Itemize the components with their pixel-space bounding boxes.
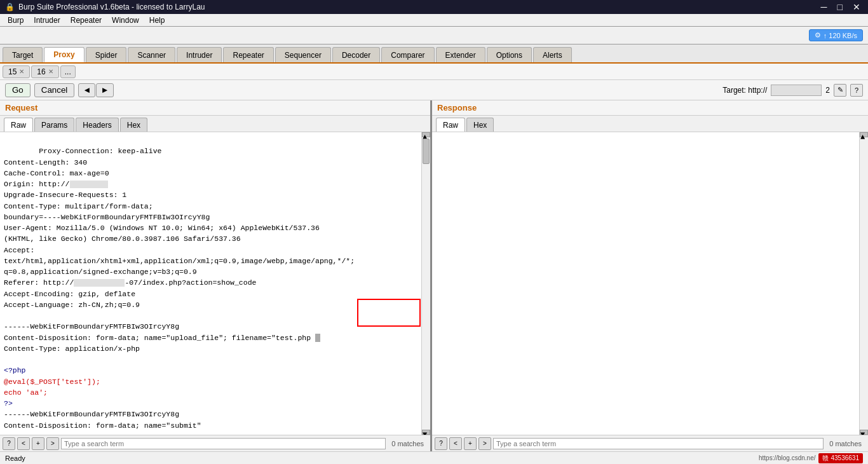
resp-scroll-track: [860, 137, 868, 430]
response-tab-raw[interactable]: Raw: [436, 118, 465, 132]
response-search-help[interactable]: ?: [435, 437, 447, 450]
menu-repeater[interactable]: Repeater: [65, 15, 107, 26]
sub-tabs: 15 ✕ 16 ✕ ...: [0, 64, 868, 80]
red-selection-box: [357, 299, 421, 327]
scroll-track: [422, 137, 430, 430]
titlebar: 🔒 Burp Suite Professional v1.6beta - lic…: [0, 0, 868, 14]
sub-tab-15[interactable]: 15 ✕: [3, 65, 30, 78]
response-search-add[interactable]: +: [464, 437, 477, 450]
menu-intruder[interactable]: Intruder: [29, 15, 65, 26]
tab-spider[interactable]: Spider: [86, 47, 127, 62]
request-search-add[interactable]: +: [32, 437, 44, 450]
tab-extender[interactable]: Extender: [436, 47, 485, 62]
tab-sequencer[interactable]: Sequencer: [275, 47, 331, 62]
main-tabs: Target Proxy Spider Scanner Intruder Rep…: [0, 44, 868, 64]
request-match-count: 0 matches: [388, 440, 428, 447]
request-body-wrapper: Proxy-Connection: keep-alive Content-Len…: [0, 132, 430, 435]
menu-help[interactable]: Help: [144, 15, 170, 26]
request-search-prev[interactable]: <: [17, 437, 30, 450]
response-body-wrapper: ▲ ▼: [432, 132, 868, 435]
menubar: Burp Intruder Repeater Window Help: [0, 14, 868, 27]
csdn-flag: 赣: [822, 454, 829, 463]
status-text: Ready: [5, 454, 25, 462]
sub-tab-15-label: 15: [8, 67, 17, 76]
titlebar-left: 🔒 Burp Suite Professional v1.6beta - lic…: [5, 3, 205, 11]
request-search-help[interactable]: ?: [3, 437, 15, 450]
resp-scroll-down[interactable]: ▼: [860, 430, 868, 435]
sub-tab-16-label: 16: [37, 67, 45, 76]
tab-decoder[interactable]: Decoder: [332, 47, 380, 62]
maximize-button[interactable]: □: [835, 2, 845, 12]
target-area: Target: http:// 2 ✎ ?: [722, 84, 863, 97]
sub-tab-16-close[interactable]: ✕: [48, 68, 53, 75]
response-panel: Response Raw Hex ▲ ▼ ? < + > 0 matches: [432, 100, 868, 451]
tab-repeater[interactable]: Repeater: [223, 47, 273, 62]
app-title: Burp Suite Professional v1.6beta - licen…: [18, 3, 205, 11]
response-tab-hex[interactable]: Hex: [466, 118, 494, 132]
menu-burp[interactable]: Burp: [3, 15, 29, 26]
back-button[interactable]: ◄: [78, 83, 95, 97]
fwd-button[interactable]: ►: [96, 83, 113, 97]
tab-options[interactable]: Options: [487, 47, 532, 62]
target-help-button[interactable]: ?: [850, 84, 863, 97]
response-scrollbar[interactable]: ▲ ▼: [859, 132, 868, 435]
extension-button[interactable]: ⚙ ↑ 120 KB/s: [809, 29, 863, 41]
tab-scanner[interactable]: Scanner: [128, 47, 175, 62]
request-text-area[interactable]: Proxy-Connection: keep-alive Content-Len…: [0, 132, 421, 435]
statusbar-url: https://blog.csdn.ne/: [759, 454, 816, 461]
response-search-bar: ? < + > 0 matches: [432, 435, 868, 451]
resp-scroll-up[interactable]: ▲: [860, 132, 868, 137]
tab-comparer[interactable]: Comparer: [381, 47, 434, 62]
tab-target[interactable]: Target: [3, 47, 43, 62]
minimize-button[interactable]: ─: [818, 2, 830, 12]
sub-tab-16[interactable]: 16 ✕: [31, 65, 58, 78]
toolbar: Go Cancel ◄ ► Target: http:// 2 ✎ ?: [0, 80, 868, 100]
tab-proxy[interactable]: Proxy: [44, 47, 84, 62]
cancel-button[interactable]: Cancel: [34, 83, 75, 97]
request-header: Request: [0, 100, 430, 116]
menu-window[interactable]: Window: [107, 15, 144, 26]
statusbar: Ready https://blog.csdn.ne/ 赣 43536631: [0, 451, 868, 464]
scroll-up-btn[interactable]: ▲: [422, 132, 430, 137]
request-panel: Request Raw Params Headers Hex Proxy-Con…: [0, 100, 432, 451]
sub-tab-more[interactable]: ...: [60, 65, 76, 78]
extension-icon: ⚙: [815, 31, 821, 39]
scroll-thumb[interactable]: [423, 139, 430, 164]
response-match-count: 0 matches: [825, 440, 865, 447]
request-tab-params[interactable]: Params: [34, 118, 74, 132]
request-scrollbar[interactable]: ▲ ▼: [421, 132, 430, 435]
csdn-badge: 赣 43536631: [818, 453, 864, 463]
response-search-next[interactable]: >: [478, 437, 491, 450]
request-inner-tabs: Raw Params Headers Hex: [0, 116, 430, 132]
response-text-area[interactable]: [432, 132, 859, 435]
scroll-down-btn[interactable]: ▼: [422, 430, 430, 435]
go-button[interactable]: Go: [5, 83, 31, 97]
target-suffix: 2: [825, 86, 830, 95]
response-search-input[interactable]: [493, 438, 824, 449]
titlebar-controls: ─ □ ✕: [818, 2, 863, 12]
request-title: Request: [5, 103, 37, 113]
extension-bar: ⚙ ↑ 120 KB/s: [0, 27, 868, 44]
request-search-bar: ? < + > 0 matches: [0, 435, 430, 451]
content: Request Raw Params Headers Hex Proxy-Con…: [0, 100, 868, 451]
csdn-id: 43536631: [831, 454, 860, 461]
target-host: [771, 85, 822, 96]
target-label: Target: http://: [722, 86, 767, 95]
response-header: Response: [432, 100, 868, 116]
response-search-prev[interactable]: <: [449, 437, 462, 450]
request-tab-raw[interactable]: Raw: [4, 118, 33, 132]
response-inner-tabs: Raw Hex: [432, 116, 868, 132]
tab-alerts[interactable]: Alerts: [533, 47, 572, 62]
request-tab-hex[interactable]: Hex: [120, 118, 147, 132]
sub-tab-15-close[interactable]: ✕: [19, 68, 24, 75]
target-edit-button[interactable]: ✎: [834, 84, 846, 97]
request-search-next[interactable]: >: [46, 437, 59, 450]
request-tab-headers[interactable]: Headers: [76, 118, 118, 132]
app-icon: 🔒: [5, 3, 15, 11]
tab-intruder[interactable]: Intruder: [177, 47, 222, 62]
close-button[interactable]: ✕: [850, 2, 863, 12]
request-content: Proxy-Connection: keep-alive Content-Len…: [4, 147, 355, 435]
statusbar-right: https://blog.csdn.ne/ 赣 43536631: [759, 453, 863, 463]
request-search-input[interactable]: [61, 438, 386, 449]
response-title: Response: [437, 103, 477, 113]
